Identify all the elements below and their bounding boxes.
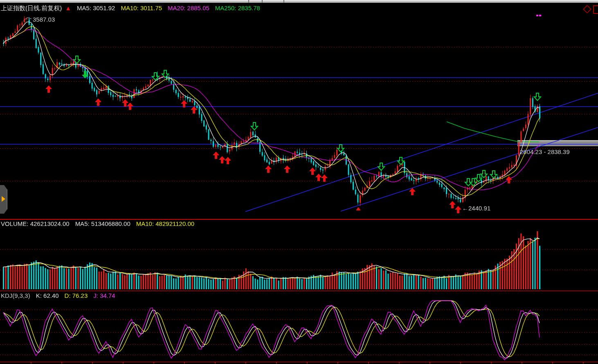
kdj-label: KDJ(9,3,3) — [1, 292, 30, 299]
peak-price-label: 3587.03 — [33, 16, 55, 23]
scrollbar-notch — [283, 0, 284, 3]
chart-canvas[interactable] — [0, 0, 598, 364]
range-box-label: 2804.23 - 2838.39 — [520, 148, 570, 155]
rectangle-annotation-icon — [593, 5, 598, 14]
ma5-legend: MA5: 3051.92 — [77, 4, 115, 12]
kdj-k-value: K: 62.40 — [36, 292, 59, 299]
up-arrow-icon: ▲ — [65, 4, 71, 12]
sidebar-flyout-handle[interactable] — [0, 185, 7, 214]
scrollbar-notch — [262, 0, 263, 3]
expand-arrow-icon — [2, 196, 5, 202]
kdj-pane-header: KDJ(9,3,3) K: 62.40 D: 76.23 J: 34.74 — [1, 292, 115, 299]
magenta-marker — [536, 15, 538, 16]
kdj-j-value: J: 34.74 — [93, 292, 115, 299]
volume-ma5: MA5: 513406880.00 — [75, 220, 130, 227]
index-title: 上证指数(日线.前复权) — [1, 4, 62, 12]
low-price-label: ←2440.91 — [462, 205, 490, 212]
ma250-legend: MA250: 2835.78 — [215, 4, 260, 12]
main-pane-header: 上证指数(日线.前复权) ▲ MA5: 3051.92 MA10: 3011.7… — [1, 4, 260, 12]
trading-app-window: 上证指数(日线.前复权) ▲ MA5: 3051.92 MA10: 3011.7… — [0, 0, 598, 364]
kdj-d-value: D: 76.23 — [65, 292, 88, 299]
ma10-legend: MA10: 3011.75 — [121, 4, 162, 12]
volume-value: VOLUME: 426213024.00 — [1, 220, 70, 227]
top-scrollbar[interactable] — [0, 0, 598, 3]
magenta-marker — [539, 15, 541, 16]
volume-ma10: MA10: 482921120.00 — [136, 220, 194, 227]
volume-pane-header: VOLUME: 426213024.00 MA5: 513406880.00 M… — [1, 220, 194, 227]
ma20-legend: MA20: 2885.05 — [168, 4, 209, 12]
scrollbar-notch — [248, 0, 249, 3]
